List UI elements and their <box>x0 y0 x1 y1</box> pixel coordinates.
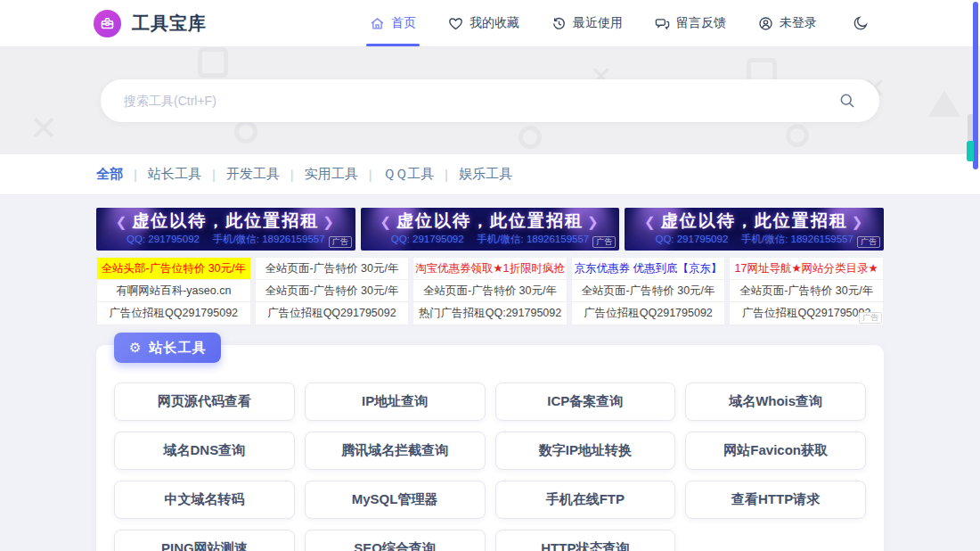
ad-link[interactable]: 全站页面-广告特价 30元/年 <box>413 280 567 302</box>
briefcase-icon <box>94 10 121 37</box>
tool-button[interactable]: IP地址查询 <box>305 382 486 421</box>
section-badge[interactable]: ⚙ 站长工具 <box>114 333 221 363</box>
ad-link[interactable]: 淘宝优惠券领取★1折限时疯抢 <box>413 258 567 280</box>
tab-all[interactable]: 全部 <box>96 166 123 183</box>
tab-webmaster-tools[interactable]: 站长工具 <box>148 166 201 183</box>
hero-section: ✕ ✕ ✕ <box>0 47 980 154</box>
tool-button[interactable]: 手机在线FTP <box>495 481 676 519</box>
theme-toggle[interactable] <box>853 15 869 31</box>
ad-banner[interactable]: ❮虚位以待，此位置招租❯ QQ: 291795092 手机/微信: 189261… <box>625 208 884 251</box>
ad-link[interactable]: 全站页面-广告特价 30元/年 <box>256 280 409 302</box>
ad-link[interactable]: 广告位招租QQ291795092 <box>572 302 725 325</box>
ad-column: 全站头部-广告位特价 30元/年 有啊网站百科-yaseo.cn 广告位招租QQ… <box>96 257 251 325</box>
nav-label: 留言反馈 <box>676 15 726 31</box>
tool-button[interactable]: HTTP状态查询 <box>495 530 676 551</box>
ad-link[interactable]: 全站页面-广告特价 30元/年 <box>730 280 883 302</box>
ad-tag-badge: 广告 <box>859 312 882 324</box>
tab-separator: | <box>445 167 448 182</box>
ad-link[interactable]: 广告位招租QQ291795092 <box>256 302 409 325</box>
ad-link[interactable]: 17网址导航★网站分类目录★ <box>730 258 883 280</box>
history-icon <box>551 16 567 31</box>
tab-separator: | <box>290 167 294 182</box>
ad-column: 淘宝优惠券领取★1折限时疯抢 全站页面-广告特价 30元/年 热门广告招租QQ:… <box>412 257 568 325</box>
ad-banner-row: ❮虚位以待，此位置招租❯ QQ: 291795092 手机/微信: 189261… <box>96 208 884 251</box>
ad-banner[interactable]: ❮虚位以待，此位置招租❯ QQ: 291795092 手机/微信: 189261… <box>361 208 620 251</box>
webmaster-tools-section: ⚙ 站长工具 网页源代码查看 IP地址查询 ICP备案查询 域名Whois查询 … <box>96 345 884 551</box>
nav-label: 我的收藏 <box>470 15 519 31</box>
tool-button[interactable]: 中文域名转码 <box>114 481 295 519</box>
tool-button[interactable]: ICP备案查询 <box>495 382 676 421</box>
home-icon <box>370 16 385 31</box>
tab-entertainment-tools[interactable]: 娱乐工具 <box>459 166 512 183</box>
ad-link[interactable]: 全站头部-广告位特价 30元/年 <box>97 258 250 280</box>
tab-separator: | <box>212 167 216 182</box>
ad-link[interactable]: 有啊网站百科-yaseo.cn <box>97 280 250 302</box>
banner-title: ❮虚位以待，此位置招租❯ <box>641 212 868 231</box>
decor-x-icon: ✕ <box>29 111 58 145</box>
ad-tag-badge: 广告 <box>329 236 352 248</box>
ad-link[interactable]: 广告位招租QQ291795092 <box>97 302 250 325</box>
heart-icon <box>448 16 463 31</box>
banner-contact: QQ: 291795092 手机/微信: 18926159557 <box>127 233 324 246</box>
tool-button[interactable]: 数字IP地址转换 <box>495 432 676 470</box>
ad-link[interactable]: 全站页面-广告特价 30元/年 <box>572 280 725 302</box>
nav-item-recent[interactable]: 最近使用 <box>551 0 623 46</box>
feedback-icon <box>655 16 670 31</box>
tab-utility-tools[interactable]: 实用工具 <box>305 166 358 183</box>
nav-item-login[interactable]: 未登录 <box>758 0 817 46</box>
gear-icon: ⚙ <box>129 340 142 356</box>
user-icon <box>758 16 773 31</box>
decor-circle-icon <box>786 124 809 147</box>
nav-label: 未登录 <box>780 15 817 31</box>
search-icon[interactable] <box>838 92 856 110</box>
tool-button[interactable]: MySQL管理器 <box>305 481 486 519</box>
decor-circle-icon <box>519 126 542 149</box>
tool-button[interactable]: 域名DNS查询 <box>114 432 295 470</box>
nav-item-feedback[interactable]: 留言反馈 <box>655 0 726 46</box>
ad-column: 京东优惠券 优惠到底【京东】 全站页面-广告特价 30元/年 广告位招租QQ29… <box>571 257 726 325</box>
site-title: 工具宝库 <box>132 12 207 36</box>
decor-circle-icon <box>234 120 257 144</box>
moon-icon <box>853 15 869 31</box>
floating-widget-teal[interactable] <box>967 141 974 161</box>
tool-button[interactable]: 网站Favicon获取 <box>685 432 866 470</box>
ad-link[interactable]: 京东优惠券 优惠到底【京东】 <box>572 258 725 280</box>
tool-button[interactable]: 域名Whois查询 <box>685 382 866 421</box>
main-content: ❮虚位以待，此位置招租❯ QQ: 291795092 手机/微信: 189261… <box>0 195 980 551</box>
banner-contact: QQ: 291795092 手机/微信: 18926159557 <box>391 233 589 246</box>
tool-button[interactable]: PING网站测速 <box>114 530 295 551</box>
ad-links-table: 全站头部-广告位特价 30元/年 有啊网站百科-yaseo.cn 广告位招租QQ… <box>96 257 884 325</box>
tool-grid: 网页源代码查看 IP地址查询 ICP备案查询 域名Whois查询 域名DNS查询… <box>114 382 866 551</box>
ad-tag-badge: 广告 <box>592 236 616 248</box>
banner-title: ❮虚位以待，此位置招租❯ <box>376 212 603 231</box>
tool-button[interactable]: 查看HTTP请求 <box>685 481 866 519</box>
ad-link[interactable]: 全站页面-广告特价 30元/年 <box>256 258 409 280</box>
ad-banner[interactable]: ❮虚位以待，此位置招租❯ QQ: 291795092 手机/微信: 189261… <box>96 208 355 251</box>
nav-label: 最近使用 <box>573 15 623 31</box>
ad-link[interactable]: 热门广告招租QQ:291795092 <box>413 302 567 325</box>
active-underline <box>366 44 420 46</box>
tool-button[interactable]: 腾讯域名拦截查询 <box>305 432 486 470</box>
tab-separator: | <box>369 167 372 182</box>
search-input[interactable] <box>124 94 838 108</box>
tool-button[interactable]: SEO综合查询 <box>305 530 486 551</box>
nav-item-favorites[interactable]: 我的收藏 <box>448 0 519 46</box>
header: 工具宝库 首页 我的收藏 最近使用 留言反馈 <box>0 0 980 47</box>
ad-column: 全站页面-广告特价 30元/年 全站页面-广告特价 30元/年 广告位招租QQ2… <box>255 257 410 325</box>
logo[interactable]: 工具宝库 <box>94 10 207 37</box>
nav-label: 首页 <box>391 15 416 31</box>
tab-separator: | <box>134 167 137 182</box>
search-bar <box>101 79 879 122</box>
banner-title: ❮虚位以待，此位置招租❯ <box>112 212 339 231</box>
ad-tag-badge: 广告 <box>857 236 880 248</box>
main-nav: 首页 我的收藏 最近使用 留言反馈 未登录 <box>370 0 869 46</box>
section-title: 站长工具 <box>149 340 206 357</box>
nav-item-home[interactable]: 首页 <box>370 0 416 46</box>
decor-square-icon <box>198 47 228 78</box>
category-tabs: 全部 | 站长工具 | 开发工具 | 实用工具 | ＱＱ工具 | 娱乐工具 <box>0 154 980 195</box>
tools-card: 网页源代码查看 IP地址查询 ICP备案查询 域名Whois查询 域名DNS查询… <box>96 345 884 551</box>
tab-qq-tools[interactable]: ＱＱ工具 <box>383 166 434 183</box>
decor-triangle-icon <box>928 90 960 117</box>
tab-dev-tools[interactable]: 开发工具 <box>226 166 280 183</box>
tool-button[interactable]: 网页源代码查看 <box>114 382 295 421</box>
